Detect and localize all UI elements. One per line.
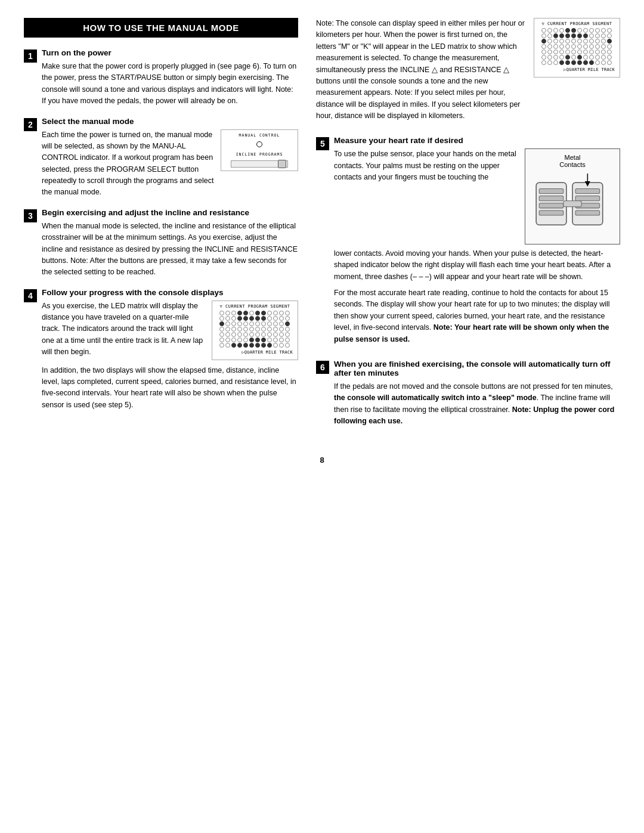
led-dot: [577, 39, 582, 44]
led-dot: [595, 28, 600, 33]
led-dot: [273, 343, 278, 348]
led-dot: [577, 49, 582, 54]
led-dot: [225, 327, 230, 332]
led-dot: [249, 316, 254, 321]
led-dot: [559, 60, 564, 65]
led-dot: [607, 49, 612, 54]
led-dot: [237, 327, 242, 332]
led-dot: [219, 311, 224, 315]
led-dot: [279, 311, 284, 315]
led-dot: [547, 55, 552, 60]
led-dot: [547, 33, 552, 38]
step-5-text1: To use the pulse sensor, place your hand…: [334, 148, 519, 183]
led-dot: [595, 44, 600, 49]
led-dot: [249, 311, 254, 315]
led-dot: [285, 327, 290, 332]
led-dot: [571, 39, 576, 44]
step-1-content: Turn on the power Make sure that the pow…: [42, 48, 298, 107]
led-dot: [541, 60, 546, 65]
led-dot: [541, 28, 546, 33]
svg-rect-6: [575, 189, 600, 194]
led-dot: [565, 39, 570, 44]
led-label-right-top: ▽ CURRENT PROGRAM SEGMENT: [539, 21, 615, 26]
led-dot: [225, 316, 230, 321]
led-dot: [589, 33, 594, 38]
led-dot: [255, 311, 260, 315]
led-dot: [285, 332, 290, 337]
led-dot: [219, 332, 224, 337]
led-dot: [267, 321, 272, 326]
led-dot: [255, 337, 260, 342]
led-dot: [607, 60, 612, 65]
led-dot: [583, 60, 588, 65]
led-dot: [219, 327, 224, 332]
led-dot: [547, 28, 552, 33]
led-dot: [607, 55, 612, 60]
led-dot: [589, 60, 594, 65]
led-dot: [267, 343, 272, 348]
led-dot: [571, 28, 576, 33]
step-4-body2: In addition, the two displays will show …: [42, 365, 298, 411]
led-dot: [285, 316, 290, 321]
led-track-label: ▷QUARTER MILE TRACK: [217, 350, 293, 355]
led-dot: [261, 343, 266, 348]
led-dot: [249, 327, 254, 332]
led-dot: [541, 44, 546, 49]
led-dot: [601, 28, 606, 33]
led-dot: [219, 321, 224, 326]
led-dot: [607, 33, 612, 38]
led-dot: [583, 28, 588, 33]
led-dot: [571, 49, 576, 54]
led-dot: [547, 44, 552, 49]
led-dot: [255, 327, 260, 332]
step-5: 5 Measure your heart rate if desired To …: [316, 136, 620, 350]
led-dot: [225, 337, 230, 342]
manual-ctrl-line2: INCLINE PROGRAMS: [226, 152, 293, 157]
led-dot: [553, 33, 558, 38]
step-2: 2 Select the manual mode Each time the p…: [24, 117, 298, 199]
led-dot: [237, 321, 242, 326]
led-dot: [565, 60, 570, 65]
led-dot: [231, 311, 236, 315]
led-dot: [595, 60, 600, 65]
led-dot: [553, 49, 558, 54]
led-dot: [577, 55, 582, 60]
led-dot: [261, 316, 266, 321]
left-column: HOW TO USE THE MANUAL MODE 1 Turn on the…: [24, 18, 298, 441]
led-dot: [231, 321, 236, 326]
led-dot: [243, 343, 248, 348]
step-4-content: Follow your progress with the console di…: [42, 288, 298, 411]
led-dot: [607, 39, 612, 44]
step-5-title: Measure your heart rate if desired: [334, 136, 620, 145]
led-dot: [219, 337, 224, 342]
led-dot: [583, 55, 588, 60]
step-5-note-bold: Note: Your heart rate will be shown only…: [334, 323, 609, 343]
led-dot: [553, 39, 558, 44]
step-4-with-image: As you exercise, the LED matrix will dis…: [42, 301, 298, 360]
led-dot: [595, 33, 600, 38]
led-dot: [559, 49, 564, 54]
step-6-note: Note: Unplug the power cord following ea…: [334, 405, 614, 425]
led-dot: [231, 343, 236, 348]
incline-knob: [278, 160, 286, 168]
led-dot: [255, 316, 260, 321]
led-dot: [273, 327, 278, 332]
led-dot: [249, 343, 254, 348]
two-column-layout: HOW TO USE THE MANUAL MODE 1 Turn on the…: [24, 18, 620, 441]
led-dot: [595, 49, 600, 54]
step-4: 4 Follow your progress with the console …: [24, 288, 298, 411]
led-dot: [559, 33, 564, 38]
led-dot: [553, 55, 558, 60]
led-dot: [571, 33, 576, 38]
led-dot: [607, 44, 612, 49]
led-dot: [571, 60, 576, 65]
led-dot: [261, 337, 266, 342]
svg-rect-9: [575, 210, 600, 215]
led-dot: [267, 337, 272, 342]
led-dot: [267, 332, 272, 337]
led-dot: [237, 337, 242, 342]
step-number-2: 2: [24, 118, 37, 131]
led-dot: [541, 55, 546, 60]
led-dot: [541, 33, 546, 38]
led-dot: [553, 60, 558, 65]
